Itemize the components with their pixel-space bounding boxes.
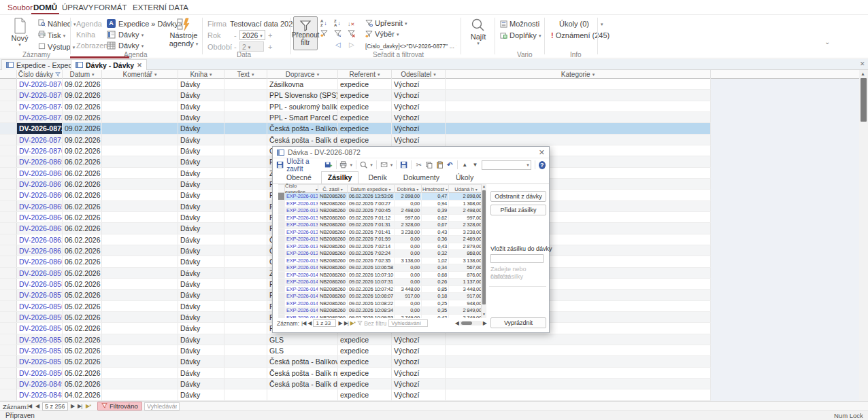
cell-referent[interactable]: expedice [338,79,392,89]
prev-record-icon[interactable]: ◀ [35,403,39,409]
paste-icon[interactable] [436,160,444,169]
cell-sel[interactable] [0,301,17,311]
record-position[interactable]: 1 z 33 [313,319,336,327]
cell-hmotnost[interactable]: 0,47 [422,193,449,200]
cell-datum[interactable]: 09.02.2026 7:00:27 [348,200,395,207]
cell-kniha[interactable]: Dávky [178,256,224,266]
cell-referent[interactable]: expedice [338,112,392,122]
dialog-tab-úkoly[interactable]: Úkoly [449,171,480,183]
cell-sel[interactable] [278,272,285,279]
remove-from-batch-button[interactable]: Odstranit z dávky [490,191,546,202]
cell-zasilka[interactable]: NB2086260 [318,236,348,243]
cell-id[interactable]: DV-2026-0866 [17,190,63,200]
cell-id[interactable]: DV-2026-0851 [17,356,63,366]
cell-text[interactable] [224,79,267,89]
cell-hmotnost[interactable]: 0,32 [422,250,449,257]
cell-text[interactable] [224,101,267,111]
cell-dopravce[interactable]: Česká pošta - Balík na pošt [267,368,338,378]
cell-sel[interactable] [278,293,285,300]
cell-odesilatel[interactable]: Výchozí [392,123,446,133]
cell-id[interactable]: DV-2026-0849 [17,379,63,389]
cell-udana[interactable]: 917,00 [449,293,484,300]
cell-kniha[interactable]: Dávky [178,168,224,178]
cell-sel[interactable] [278,264,285,271]
cell-exp[interactable]: EXP-2026-014278 [285,286,318,293]
cell-referent[interactable]: expedice [338,135,392,145]
cell-exp[interactable]: EXP-2026-013986 [285,222,318,228]
cell-text[interactable] [224,168,267,178]
cell-referent[interactable]: expedice [338,368,392,378]
table-row[interactable]: DV-2026-085105.02.2026DávkyČeská pošta -… [0,356,711,367]
cell-datum[interactable]: 09.02.2026 [63,79,102,89]
filter-reapply-icon[interactable] [334,30,341,37]
cell-komentar[interactable] [102,179,178,189]
cell-komentar[interactable] [102,356,178,366]
cell-datum[interactable]: 09.02.2026 [63,90,102,100]
cell-datum[interactable]: 09.02.2026 [63,145,102,156]
cell-sel[interactable] [0,156,17,167]
cell-kniha[interactable]: Dávky [178,323,224,333]
dialog-table-row[interactable]: EXP-2026-013988NB208626009.02.2026 7:01:… [278,236,484,243]
cell-referent[interactable]: expedice [338,123,392,133]
cell-datum[interactable]: 05.02.2026 [63,301,102,311]
cell-komentar[interactable] [102,168,178,178]
dialog-table-row[interactable]: EXP-2026-013991NB208626009.02.2026 7:02:… [278,258,484,265]
cell-dopravce[interactable]: GLS [267,345,338,355]
printer-icon[interactable] [339,160,347,169]
cell-kniha[interactable]: Dávky [178,268,224,278]
header-datum[interactable]: Datum▾ [63,70,102,79]
cell-kniha[interactable]: Dávky [178,145,224,156]
cell-exp[interactable]: EXP-2026-013983 [285,200,318,207]
cell-sel[interactable] [278,243,285,250]
dialog-table-row[interactable]: EXP-2026-013987NB208626009.02.2026 7:01:… [278,229,484,237]
cell-hmotnost[interactable]: 0,85 [422,286,449,293]
cell-exp[interactable]: EXP-2026-013984 [285,207,318,214]
cell-kniha[interactable]: Dávky [178,301,224,311]
cell-udana[interactable]: 997,00 [449,215,484,222]
cell-text[interactable] [224,368,267,378]
cell-komentar[interactable] [102,368,178,378]
cell-kniha[interactable]: Dávky [178,201,224,211]
addons-button[interactable]: Doplňky ▾ [500,31,541,39]
cell-komentar[interactable] [102,279,178,289]
cell-id[interactable]: DV-2026-0856 [17,301,63,311]
cell-text[interactable] [224,90,267,100]
last-record-icon[interactable]: ▶| [78,403,82,409]
cell-kategorie[interactable] [446,112,711,122]
header-udana-hodnota[interactable]: Udaná h▾ [449,185,484,193]
cell-sel[interactable] [0,312,17,322]
cell-zasilka[interactable]: NB2086260 [318,279,348,285]
save-close-button[interactable]: Uložit a zavřít [286,158,322,173]
dialog-table-row[interactable]: EXP-2026-013983NB208626009.02.2026 7:00:… [278,200,484,208]
cell-zasilka[interactable]: NB2086260 [318,222,348,228]
cell-hmotnost[interactable]: 1,02 [422,258,449,264]
cell-datum[interactable]: 09.02.2026 7:01:59 [348,236,395,243]
cell-referent[interactable]: expedice [338,334,392,345]
cell-dobirka[interactable]: 3 448,00 [395,286,422,293]
chevron-down-icon[interactable]: ▾ [350,162,353,168]
dialog-table-row[interactable]: EXP-2026-013984NB208626009.02.2026 7:00:… [278,207,484,215]
cell-zasilka[interactable]: NB2086260 [318,293,348,300]
cell-sel[interactable] [0,379,17,389]
cell-dobirka[interactable]: 0,00 [395,279,422,285]
cell-hmotnost[interactable]: 0,35 [422,307,449,314]
cell-kategorie[interactable] [446,368,711,378]
cell-datum[interactable]: 06.02.2026 [63,168,102,178]
cell-dopravce[interactable]: PPL Slovensko (SPS) [267,90,338,100]
cell-kniha[interactable]: Dávky [178,123,224,133]
cell-udana[interactable]: 1 137,00 [449,279,484,285]
cell-kniha[interactable]: Dávky [178,389,224,400]
cell-komentar[interactable] [102,156,178,167]
table-row[interactable]: DV-2026-085205.02.2026DávkyGLSexpediceVý… [0,345,711,356]
cell-kniha[interactable]: Dávky [178,279,224,289]
cell-datum[interactable]: 05.02.2026 [63,345,102,355]
cell-sel[interactable] [0,223,17,233]
cell-sel[interactable] [0,345,17,355]
cell-datum[interactable]: 09.02.2026 10:07:10 [348,272,395,279]
cell-id[interactable]: DV-2026-0864 [17,212,63,222]
cell-id[interactable]: DV-2026-0870 [17,145,63,156]
table-row[interactable]: DV-2026-087309.02.2026DávkyPPL - Smart P… [0,112,711,123]
chevron-down-icon[interactable]: ▾ [370,162,373,168]
dialog-search-input[interactable] [388,319,428,327]
cell-referent[interactable]: expedice [338,356,392,366]
